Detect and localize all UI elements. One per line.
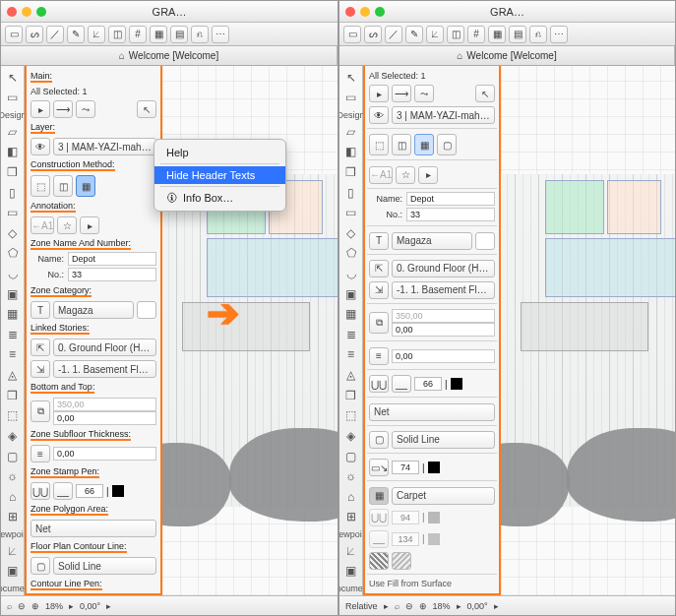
shell-tool-icon[interactable]: ◡	[3, 264, 23, 283]
angle-readout[interactable]: 0,00°	[80, 601, 100, 611]
bt-val[interactable]: 0,00	[53, 411, 156, 425]
skylight-tool-icon[interactable]: ▣	[3, 284, 23, 304]
tool-grid-icon[interactable]: #	[129, 26, 147, 43]
grid-element-tool-icon[interactable]: ⊞	[3, 508, 23, 527]
pen74[interactable]: 74	[392, 461, 419, 474]
eye-icon[interactable]: 👁	[31, 138, 50, 155]
tool-wall-icon[interactable]: ◫	[447, 26, 464, 43]
story-bot-icon[interactable]: ⇲	[369, 281, 389, 299]
cm-mode-d[interactable]: ▢	[437, 134, 457, 155]
lamp-tool-icon[interactable]: ☼	[3, 466, 23, 486]
marquee-tool-icon[interactable]: ▭	[3, 89, 23, 108]
elev-icon[interactable]: ⧉	[31, 400, 50, 422]
subfloor-icon[interactable]: ≡	[369, 347, 389, 365]
arrow-tool-icon[interactable]: ↖	[3, 68, 23, 88]
hatch-a[interactable]	[369, 552, 389, 570]
opening-tool-icon[interactable]: ▢	[3, 447, 23, 466]
curtain-wall-tool-icon[interactable]: ▦	[341, 304, 361, 324]
tool-lasso-icon[interactable]: ▦	[150, 26, 167, 43]
cm-mode-c[interactable]: ▦	[414, 134, 434, 155]
wall-tool-icon[interactable]: ▱	[341, 122, 361, 142]
view-icon[interactable]: ⌕	[7, 601, 12, 611]
tool-angle-icon[interactable]: ⟀	[426, 26, 444, 43]
close-icon[interactable]	[7, 7, 17, 17]
grid-element-tool-icon[interactable]: ⊞	[341, 508, 361, 527]
zoom-readout[interactable]: 18%	[45, 601, 63, 611]
close-icon[interactable]	[345, 7, 355, 17]
cm-mode-b[interactable]: ◫	[392, 134, 411, 155]
angle-readout[interactable]: 0,00°	[467, 601, 488, 611]
sel-mode-a[interactable]: ▸	[31, 100, 50, 118]
minimize-icon[interactable]	[360, 7, 370, 17]
elevation-tool-icon[interactable]: ▣	[3, 561, 23, 581]
tool-pointer-icon[interactable]: ▭	[5, 26, 23, 43]
zoom-in-icon[interactable]: ⊕	[419, 601, 427, 611]
story0-dd[interactable]: 0. Ground Floor (Ho…	[392, 260, 495, 277]
object-tool-icon[interactable]: ❒	[341, 386, 361, 405]
view-icon[interactable]: ⌕	[395, 601, 399, 611]
mesh-tool-icon[interactable]: ◈	[341, 426, 361, 446]
roof-tool-icon[interactable]: ⬠	[341, 244, 361, 264]
door-tool-icon[interactable]: ◧	[3, 143, 23, 162]
tool-section-icon[interactable]: ▤	[509, 26, 526, 43]
pen66[interactable]: 66	[414, 377, 442, 391]
sel-mode-b[interactable]: ⟶	[392, 85, 411, 102]
opening-tool-icon[interactable]: ▢	[341, 447, 361, 466]
zoom-in-icon[interactable]: ⊕	[31, 601, 39, 611]
mesh-tool-icon[interactable]: ◈	[3, 426, 23, 446]
tool-wall-icon[interactable]: ◫	[108, 26, 126, 43]
stair-tool-icon[interactable]: ≣	[341, 325, 361, 344]
annot-more[interactable]: ▸	[418, 166, 438, 184]
pen-u1[interactable]: ⋃⋃	[369, 375, 389, 393]
menu-help[interactable]: Help	[154, 144, 285, 161]
stair-tool-icon[interactable]: ≣	[3, 325, 23, 344]
name-field[interactable]: Depot	[68, 252, 156, 266]
section-tool-icon[interactable]: ⟀	[3, 541, 23, 561]
cpen-sample[interactable]	[428, 462, 440, 473]
tool-link-icon[interactable]: ⎌	[529, 26, 547, 43]
cursor-button[interactable]: ↖	[475, 85, 495, 102]
column-tool-icon[interactable]: ▯	[3, 183, 23, 203]
cpen-icon[interactable]: ▭↘	[369, 459, 389, 476]
railing-tool-icon[interactable]: ≡	[341, 345, 361, 365]
cat-symbol[interactable]: T	[31, 301, 50, 319]
cm-mode-a[interactable]: ⬚	[369, 134, 389, 155]
contour-line-dd[interactable]: Solid Line	[392, 431, 495, 449]
wall-tool-icon[interactable]: ▱	[3, 122, 23, 142]
window-tool-icon[interactable]: ❐	[341, 162, 361, 182]
hatch-b[interactable]	[392, 552, 411, 570]
layer-dropdown[interactable]: 3 | MAM-YAZI-mahal etik…	[53, 138, 156, 155]
no-field[interactable]: 33	[406, 208, 495, 221]
sel-mode-c[interactable]: ⤳	[76, 100, 95, 118]
column-tool-icon[interactable]: ▯	[341, 183, 361, 203]
cat-symbol[interactable]: T	[369, 232, 389, 250]
tool-line-icon[interactable]: ／	[385, 26, 402, 43]
polygon-dd[interactable]: Net	[369, 403, 495, 421]
tool-pen-icon[interactable]: ✎	[405, 26, 423, 43]
no-field[interactable]: 33	[68, 268, 156, 281]
name-field[interactable]: Depot	[406, 192, 495, 206]
tool-pointer-icon[interactable]: ▭	[343, 26, 361, 43]
tab-welcome[interactable]: ⌂ Welcome [Welcome]	[1, 46, 338, 65]
relative-label[interactable]: Relative	[345, 601, 378, 611]
lamp-tool-icon[interactable]: ☼	[341, 466, 361, 486]
eye-icon[interactable]: 👁	[369, 106, 389, 124]
zone-tool-icon[interactable]: ⬚	[3, 405, 23, 425]
annot-more[interactable]: ▸	[80, 216, 99, 234]
tool-magnet-icon[interactable]: ᔕ	[26, 26, 43, 43]
tool-grid-icon[interactable]: #	[467, 26, 485, 43]
marquee-tool-icon[interactable]: ▭	[341, 89, 361, 108]
cm-mode-a[interactable]: ⬚	[31, 175, 50, 197]
story1-dd[interactable]: -1. 1. Basement Flo…	[53, 360, 156, 378]
roof-tool-icon[interactable]: ⬠	[3, 244, 23, 264]
beam-tool-icon[interactable]: ▭	[3, 203, 23, 222]
cm-mode-c[interactable]: ▦	[76, 175, 95, 197]
contour-toggle[interactable]: ▢	[31, 557, 50, 575]
cat-color[interactable]	[475, 232, 495, 250]
sel-mode-a[interactable]: ▸	[369, 85, 389, 102]
annot-tag[interactable]: ←A1	[369, 166, 393, 184]
curtain-wall-tool-icon[interactable]: ▦	[3, 304, 23, 324]
contour-line-dd[interactable]: Solid Line	[53, 557, 156, 575]
fill-toggle[interactable]: ▦	[369, 487, 389, 505]
titlebar[interactable]: GRA…	[339, 1, 675, 23]
